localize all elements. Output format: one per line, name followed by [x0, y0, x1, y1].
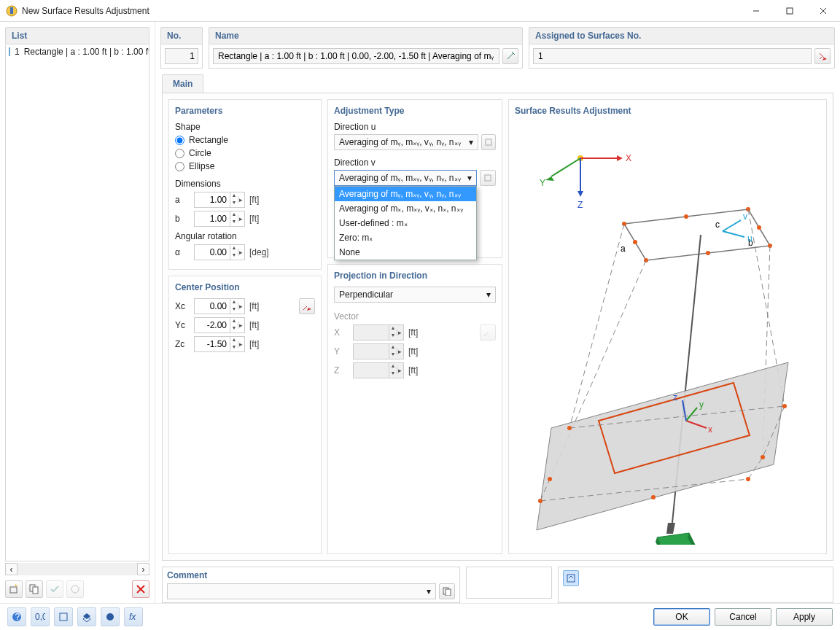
shape-rectangle-radio[interactable]: Rectangle: [175, 135, 315, 145]
render-button[interactable]: [101, 607, 120, 626]
list-item[interactable]: 1 Rectangle | a : 1.00 ft | b : 1.00 ft: [6, 44, 149, 59]
preview-tools-box: [558, 567, 833, 603]
layers-button[interactable]: [77, 607, 96, 626]
list-hscroll[interactable]: ‹ ›: [5, 563, 149, 575]
svg-marker-46: [666, 523, 675, 534]
comment-input[interactable]: ▾: [167, 583, 436, 599]
direction-u-edit-button[interactable]: [481, 134, 496, 150]
alpha-input[interactable]: ▲▼▸: [194, 244, 245, 260]
copy-item-button[interactable]: [26, 580, 43, 598]
view-button[interactable]: [54, 607, 73, 626]
svg-rect-71: [446, 589, 451, 596]
svg-text:a: a: [621, 244, 626, 254]
vec-x-input: ▲▼▸: [353, 324, 404, 341]
svg-text:c: c: [715, 219, 720, 230]
svg-rect-1: [10, 7, 13, 14]
settings-button[interactable]: [66, 580, 84, 598]
svg-point-64: [538, 499, 542, 503]
svg-marker-17: [617, 155, 623, 161]
svg-marker-20: [545, 176, 554, 181]
units-button[interactable]: 0,00: [31, 607, 50, 626]
svg-text:x: x: [708, 424, 712, 435]
dirv-option[interactable]: Zero: mₓ: [335, 230, 476, 245]
dirv-option[interactable]: None: [335, 245, 476, 260]
svg-text:y: y: [699, 400, 704, 410]
fx-button[interactable]: fx: [124, 607, 143, 626]
help-button[interactable]: ?: [7, 607, 26, 626]
no-input[interactable]: [165, 48, 198, 64]
pick-center-button[interactable]: [299, 298, 315, 314]
scroll-track[interactable]: [18, 563, 137, 575]
maximize-button[interactable]: [773, 0, 806, 22]
svg-text:z: z: [673, 392, 677, 402]
yc-input[interactable]: ▲▼▸: [194, 317, 245, 333]
svg-point-31: [757, 225, 761, 230]
svg-text:u: u: [747, 233, 752, 244]
edit-name-button[interactable]: [502, 48, 518, 64]
empty-box: [466, 567, 552, 599]
shape-ellipse-radio[interactable]: Ellipse: [175, 161, 315, 171]
window-title: New Surface Results Adjustment: [22, 6, 739, 16]
assign-input[interactable]: [533, 48, 812, 64]
preview-refresh-button[interactable]: [563, 570, 579, 586]
shape-circle-radio[interactable]: Circle: [175, 148, 315, 158]
projection-select[interactable]: Perpendicular▾: [334, 287, 496, 303]
zc-input[interactable]: ▲▼▸: [194, 336, 245, 352]
direction-v-edit-button[interactable]: [480, 170, 496, 186]
svg-marker-47: [537, 362, 788, 530]
direction-u-select[interactable]: Averaging of mᵧ, mₓᵧ, vᵧ, nᵧ, nₓᵧ▾: [334, 134, 478, 150]
titlebar: New Surface Results Adjustment: [0, 0, 840, 22]
svg-rect-9: [33, 587, 38, 594]
preview-section: Surface Results Adjustment X Y Z: [508, 99, 827, 554]
pick-surfaces-button[interactable]: [814, 48, 831, 64]
dirv-option[interactable]: User-defined : mₓ: [335, 216, 476, 230]
svg-text:Y: Y: [540, 178, 545, 188]
apply-button[interactable]: Apply: [776, 608, 833, 626]
svg-point-33: [633, 240, 637, 244]
dim-b-input[interactable]: ▲▼▸: [194, 211, 245, 227]
direction-v-select[interactable]: Averaging of mᵧ, mₓᵧ, vᵧ, nᵧ, nₓᵧ▾: [334, 170, 477, 186]
vec-z-input: ▲▼▸: [353, 362, 404, 378]
scroll-left-button[interactable]: ‹: [5, 563, 18, 575]
preview-svg: X Y Z ab c u: [515, 122, 806, 545]
dim-a-input[interactable]: ▲▼▸: [194, 192, 245, 208]
xc-input[interactable]: ▲▼▸: [194, 298, 245, 314]
svg-point-62: [761, 455, 765, 459]
list-header: List: [5, 27, 149, 44]
check-button[interactable]: [46, 580, 63, 598]
svg-point-32: [706, 251, 710, 255]
new-item-button[interactable]: [5, 580, 23, 598]
svg-point-10: [71, 586, 79, 593]
close-button[interactable]: [806, 0, 840, 22]
name-input[interactable]: [213, 48, 499, 64]
delete-button[interactable]: [132, 580, 149, 598]
scroll-right-button[interactable]: ›: [137, 563, 149, 575]
comment-section: Comment ▾: [162, 567, 460, 603]
cancel-button[interactable]: Cancel: [715, 608, 771, 626]
svg-text:v: v: [743, 211, 747, 222]
svg-text:?: ?: [15, 612, 20, 622]
list-body[interactable]: 1 Rectangle | a : 1.00 ft | b : 1.00 ft: [5, 44, 149, 561]
dirv-option[interactable]: Averaging of mₓ, mₓᵧ, vₓ, nₓ, nₓᵧ: [335, 201, 476, 216]
svg-rect-6: [10, 587, 17, 593]
svg-rect-3: [787, 8, 793, 14]
svg-text:Z: Z: [578, 200, 583, 210]
minimize-button[interactable]: [739, 0, 773, 22]
dirv-option[interactable]: Averaging of mᵧ, mₓᵧ, vᵧ, nᵧ, nₓᵧ: [335, 187, 476, 201]
svg-marker-23: [578, 191, 583, 197]
svg-rect-13: [486, 139, 491, 145]
svg-point-65: [746, 477, 750, 481]
tab-main[interactable]: Main: [162, 74, 203, 93]
direction-v-dropdown[interactable]: Averaging of mᵧ, mₓᵧ, vᵧ, nᵧ, nₓᵧ Averag…: [334, 186, 477, 260]
parameters-section: Parameters Shape Rectangle Circle Ellips…: [168, 99, 322, 270]
svg-rect-14: [485, 175, 491, 181]
svg-line-37: [723, 231, 744, 237]
comment-list-button[interactable]: [439, 583, 455, 599]
no-label: No.: [160, 27, 203, 44]
ok-button[interactable]: OK: [653, 608, 710, 626]
center-position-section: Center Position Xc ▲▼▸ [ft] Yc ▲▼▸ [ft]: [168, 276, 322, 554]
svg-point-30: [684, 214, 688, 219]
svg-rect-76: [60, 613, 67, 621]
svg-text:fx: fx: [129, 612, 136, 622]
name-label: Name: [209, 27, 523, 44]
